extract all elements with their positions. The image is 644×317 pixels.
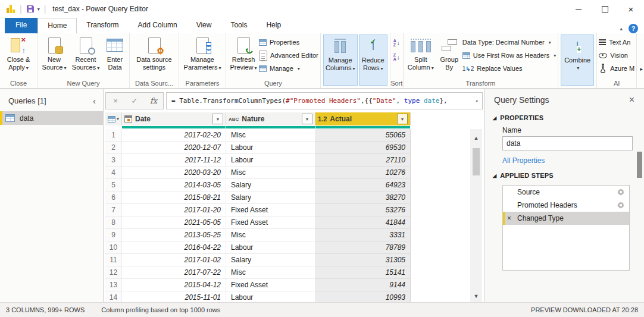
vision-button[interactable]: Vision xyxy=(599,49,634,61)
text-analytics-button[interactable]: Text An xyxy=(599,36,634,48)
row-number[interactable]: 5 xyxy=(105,179,122,192)
row-number[interactable]: 3 xyxy=(105,154,122,167)
cell-nature[interactable]: Labour xyxy=(226,241,315,254)
cell-nature[interactable]: Misc xyxy=(226,167,315,179)
cell-nature[interactable]: Labour xyxy=(226,154,315,167)
applied-steps-section-header[interactable]: ◢ APPLIED STEPS xyxy=(484,166,644,181)
column-header-actual[interactable]: 1.2 Actual ▼ xyxy=(315,112,411,125)
applied-step-item[interactable]: × Source xyxy=(503,186,629,199)
row-number[interactable]: 4 xyxy=(105,167,122,179)
tab-add-column[interactable]: Add Column xyxy=(129,18,187,33)
cell-actual[interactable]: 31305 xyxy=(315,254,411,266)
row-number[interactable]: 10 xyxy=(105,241,122,254)
help-icon[interactable]: ? xyxy=(629,24,638,33)
cell-date[interactable]: 2016-04-22 xyxy=(122,241,226,254)
data-type-button[interactable]: Data Type: Decimal Number▾ xyxy=(462,36,556,48)
cell-actual[interactable]: 10276 xyxy=(315,167,411,179)
cell-date[interactable]: 2017-01-20 xyxy=(122,204,226,216)
row-number[interactable]: 11 xyxy=(105,254,122,266)
filter-dropdown-icon[interactable]: ▼ xyxy=(397,114,408,124)
cell-date[interactable]: 2014-03-05 xyxy=(122,179,226,192)
scroll-down-icon[interactable]: ▼ xyxy=(470,291,482,302)
column-header-date[interactable]: Date ▼ xyxy=(122,112,226,125)
cell-actual[interactable]: 78789 xyxy=(315,241,411,254)
cell-date[interactable]: 2020-12-07 xyxy=(122,142,226,154)
cell-date[interactable]: 2017-11-12 xyxy=(122,154,226,167)
use-first-row-as-headers-button[interactable]: Use First Row as Headers▾ xyxy=(462,49,556,61)
commit-formula-icon[interactable]: ✓ xyxy=(125,96,144,105)
ribbon-overflow-icon[interactable]: ▸ xyxy=(640,66,643,72)
cell-nature[interactable]: Fixed Asset xyxy=(226,204,315,216)
reduce-rows-button[interactable]: ✓ Reduce Rows▾ xyxy=(359,34,387,86)
enter-data-button[interactable]: Enter Data xyxy=(103,34,127,73)
refresh-preview-button[interactable]: Refresh Preview▾ xyxy=(229,34,258,73)
cell-actual[interactable]: 53276 xyxy=(315,204,411,216)
step-settings-gear-icon[interactable] xyxy=(617,202,624,209)
filter-dropdown-icon[interactable]: ▼ xyxy=(302,114,312,124)
query-item-data[interactable]: data xyxy=(0,111,103,125)
manage-parameters-button[interactable]: Manage Parameters▾ xyxy=(182,34,223,73)
sort-descending-button[interactable]: ZA ↓ xyxy=(392,51,401,63)
cell-actual[interactable]: 69530 xyxy=(315,142,411,154)
close-button[interactable]: × xyxy=(618,0,644,18)
row-number[interactable]: 14 xyxy=(105,291,122,303)
cell-actual[interactable]: 64923 xyxy=(315,179,411,192)
replace-values-button[interactable]: 1↳2 Replace Values xyxy=(462,62,556,74)
cancel-formula-icon[interactable]: × xyxy=(106,96,125,105)
new-source-button[interactable]: New Source▾ xyxy=(40,34,68,73)
select-all-corner[interactable]: ▾ xyxy=(105,112,122,125)
cell-nature[interactable]: Salary xyxy=(226,192,315,204)
split-column-button[interactable]: Split Column▾ xyxy=(406,34,436,73)
collapse-pane-icon[interactable]: ‹ xyxy=(93,96,96,105)
cell-actual[interactable]: 27110 xyxy=(315,154,411,167)
recent-sources-button[interactable]: Recent Sources▾ xyxy=(70,34,102,73)
delete-step-icon[interactable]: × xyxy=(507,214,511,222)
tab-help[interactable]: Help xyxy=(257,18,290,33)
column-header-nature[interactable]: ABC Nature ▼ xyxy=(226,112,315,125)
filter-dropdown-icon[interactable]: ▼ xyxy=(212,114,223,124)
cell-date[interactable]: 2017-02-20 xyxy=(122,129,226,142)
row-number[interactable]: 13 xyxy=(105,279,122,291)
cell-nature[interactable]: Salary xyxy=(226,179,315,192)
cell-actual[interactable]: 15141 xyxy=(315,266,411,279)
cell-actual[interactable]: 3331 xyxy=(315,229,411,241)
cell-actual[interactable]: 10993 xyxy=(315,291,411,303)
cell-nature[interactable]: Fixed Asset xyxy=(226,216,315,229)
row-number[interactable]: 1 xyxy=(105,129,122,142)
manage-button[interactable]: Manage▾ xyxy=(259,62,318,74)
collapse-ribbon-icon[interactable]: ▴ xyxy=(620,26,623,32)
cell-nature[interactable]: Misc xyxy=(226,266,315,279)
manage-columns-button[interactable]: Manage Columns▾ xyxy=(323,34,358,86)
pane-scrollbar-thumb[interactable] xyxy=(637,152,642,178)
tab-view[interactable]: View xyxy=(187,18,221,33)
scroll-up-icon[interactable]: ▲ xyxy=(470,133,482,143)
cell-actual[interactable]: 38270 xyxy=(315,192,411,204)
data-source-settings-button[interactable]: Data source settings xyxy=(132,34,176,73)
cell-nature[interactable]: Misc xyxy=(226,129,315,142)
grid-vertical-scrollbar[interactable]: ▲ ▼ xyxy=(470,129,482,303)
applied-step-item[interactable]: × Changed Type xyxy=(503,212,629,225)
properties-button[interactable]: Properties xyxy=(259,36,318,48)
cell-date[interactable]: 2015-11-01 xyxy=(122,291,226,303)
row-number[interactable]: 6 xyxy=(105,192,122,204)
cell-date[interactable]: 2017-07-22 xyxy=(122,266,226,279)
cell-nature[interactable]: Labour xyxy=(226,291,315,303)
row-number[interactable]: 7 xyxy=(105,204,122,216)
close-and-apply-button[interactable]: ×↑ Close & Apply▾ xyxy=(2,34,35,73)
query-name-input[interactable] xyxy=(502,136,633,150)
expand-formula-icon[interactable]: ▾ xyxy=(476,98,479,104)
tab-tools[interactable]: Tools xyxy=(221,18,257,33)
quick-access-caret-icon[interactable]: ▾ xyxy=(37,7,40,12)
combine-button[interactable]: + Combine ▾ xyxy=(561,34,594,86)
sort-ascending-button[interactable]: AZ ↓ xyxy=(392,37,401,49)
step-settings-gear-icon[interactable] xyxy=(617,189,624,196)
row-number[interactable]: 9 xyxy=(105,229,122,241)
cell-date[interactable]: 2017-01-02 xyxy=(122,254,226,266)
tab-home[interactable]: Home xyxy=(37,18,77,33)
row-number[interactable]: 8 xyxy=(105,216,122,229)
save-icon[interactable] xyxy=(26,5,35,13)
applied-step-item[interactable]: × Promoted Headers xyxy=(503,199,629,212)
azure-ml-button[interactable]: Azure M xyxy=(599,62,634,74)
row-number[interactable]: 2 xyxy=(105,142,122,154)
cell-actual[interactable]: 41844 xyxy=(315,216,411,229)
